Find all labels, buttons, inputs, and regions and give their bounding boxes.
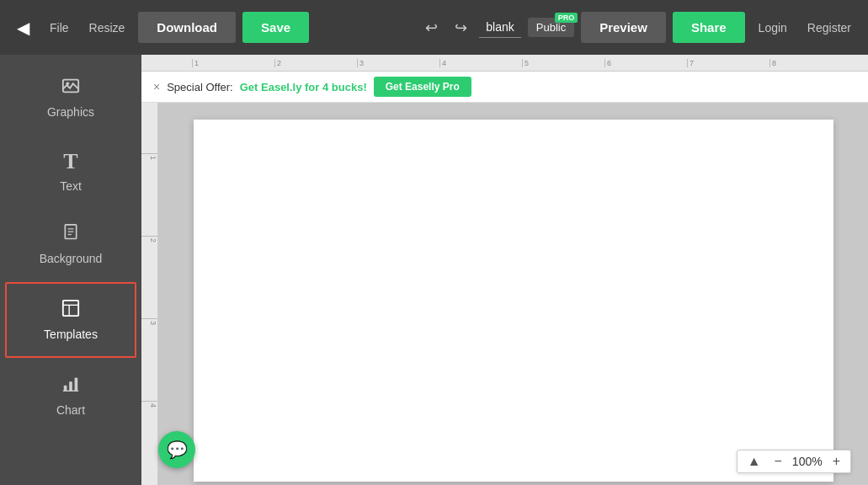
share-button[interactable]: Share [673, 12, 745, 43]
ruler-top: 12345678 [141, 55, 868, 72]
ruler-top-mark-7: 7 [687, 59, 769, 67]
offer-link[interactable]: Get Easel.ly for 4 bucks! [240, 81, 367, 93]
offer-close-button[interactable]: × [153, 80, 160, 93]
svg-rect-6 [63, 301, 78, 316]
sidebar-item-chart[interactable]: Chart [0, 360, 141, 432]
sidebar-item-background[interactable]: Background [0, 208, 141, 280]
text-icon: T [63, 149, 77, 174]
download-button[interactable]: Download [138, 12, 236, 43]
svg-rect-9 [64, 386, 67, 391]
ruler-left-marks: 1234 [141, 153, 157, 483]
background-icon [62, 223, 79, 247]
chart-label: Chart [56, 403, 85, 417]
ruler-left-mark-4: 4 [141, 401, 157, 483]
ruler-top-mark-3: 3 [357, 59, 439, 67]
ruler-left-mark-1: 1 [141, 153, 157, 236]
background-label: Background [40, 252, 103, 265]
zoom-out-button[interactable]: − [771, 454, 785, 469]
canvas-area: 12345678 × Special Offer: Get Easel.ly f… [141, 55, 868, 485]
zoom-up-button[interactable]: ▲ [744, 454, 764, 469]
redo-button[interactable]: ↪ [450, 15, 472, 40]
ruler-top-mark-6: 6 [604, 59, 687, 67]
offer-banner: × Special Offer: Get Easel.ly for 4 buck… [141, 72, 868, 103]
ruler-top-marks: 12345678 [192, 59, 852, 67]
ruler-left: 1234 [141, 103, 158, 485]
main-area: GraphicsTTextBackgroundTemplatesChart 12… [0, 55, 868, 485]
visibility-label: Public [536, 21, 566, 34]
ruler-top-mark-8: 8 [769, 59, 852, 67]
resize-menu[interactable]: Resize [83, 18, 132, 38]
graphics-label: Graphics [47, 105, 94, 119]
chat-bubble[interactable]: 💬 [158, 431, 195, 468]
svg-rect-10 [69, 381, 72, 391]
pro-badge: PRO [555, 13, 578, 23]
save-button[interactable]: Save [242, 12, 309, 43]
offer-text: Special Offer: [167, 81, 233, 93]
zoom-bar: ▲ − 100% + [737, 450, 851, 473]
chart-icon [61, 375, 80, 398]
sidebar-item-text[interactable]: TText [0, 134, 141, 208]
ruler-top-mark-5: 5 [522, 59, 604, 67]
chat-icon: 💬 [167, 440, 188, 460]
templates-icon [61, 299, 80, 322]
ruler-top-mark-2: 2 [274, 59, 357, 67]
sidebar-item-graphics[interactable]: Graphics [0, 61, 141, 134]
file-menu[interactable]: File [43, 18, 76, 38]
undo-button[interactable]: ↩ [420, 15, 443, 40]
ruler-left-mark-2: 2 [141, 236, 157, 318]
login-button[interactable]: Login [752, 18, 794, 38]
svg-rect-11 [75, 378, 78, 392]
doc-name[interactable]: blank [479, 17, 520, 38]
canvas-page[interactable] [194, 120, 833, 482]
visibility-selector[interactable]: Public PRO [528, 18, 574, 37]
ruler-left-mark-3: 3 [141, 318, 157, 401]
back-button[interactable]: ◀ [10, 14, 36, 41]
text-label: Text [60, 179, 82, 193]
get-pro-button[interactable]: Get Easelly Pro [374, 77, 471, 97]
canvas-page-container[interactable] [158, 103, 868, 485]
ruler-top-mark-4: 4 [439, 59, 522, 67]
sidebar-item-templates[interactable]: Templates [5, 282, 136, 358]
zoom-in-button[interactable]: + [829, 454, 844, 469]
templates-label: Templates [44, 328, 98, 341]
ruler-top-mark-1: 1 [192, 59, 274, 67]
canvas-scroll[interactable]: 1234 [141, 103, 868, 485]
register-button[interactable]: Register [801, 18, 858, 38]
sidebar: GraphicsTTextBackgroundTemplatesChart [0, 55, 141, 485]
graphics-icon [61, 77, 80, 100]
zoom-value: 100% [792, 455, 823, 468]
preview-button[interactable]: Preview [581, 12, 666, 43]
svg-point-1 [67, 82, 70, 85]
toolbar: ◀ File Resize Download Save ↩ ↪ blank Pu… [0, 0, 868, 55]
